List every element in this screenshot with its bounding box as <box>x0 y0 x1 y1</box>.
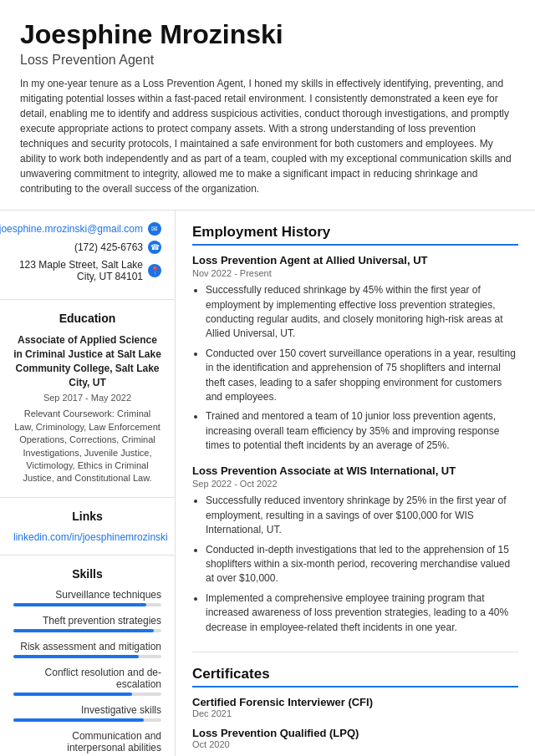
education-coursework: Relevant Coursework: Criminal Law, Crimi… <box>13 408 161 485</box>
location-icon: 📍 <box>148 264 161 277</box>
job-bullet: Trained and mentored a team of 10 junior… <box>206 409 518 453</box>
linkedin-link[interactable]: linkedin.com/in/joesphinemrozinski <box>13 531 161 543</box>
skill-item: Investigative skills <box>13 704 161 722</box>
job-title: Loss Prevention Associate at WIS Interna… <box>192 464 518 477</box>
education-section: Education Associate of Applied Science i… <box>0 300 175 498</box>
certificates-heading: Certificates <box>192 666 518 688</box>
skill-name: Theft prevention strategies <box>13 615 161 627</box>
certificates-section: Certificates Certified Forensic Intervie… <box>192 666 518 749</box>
links-section: Links linkedin.com/in/joesphinemrozinski <box>0 498 175 556</box>
address-row: 123 Maple Street, Salt Lake City, UT 841… <box>13 259 161 282</box>
job-bullet: Conducted in-depth investigations that l… <box>206 543 518 586</box>
address-text: 123 Maple Street, Salt Lake City, UT 841… <box>13 259 143 282</box>
skill-bar-bg <box>13 655 161 658</box>
left-column: joesphine.mrozinski@gmail.com ✉ (172) 42… <box>0 211 176 756</box>
job-bullet: Successfully reduced inventory shrinkage… <box>206 494 518 537</box>
cert-entry: Loss Prevention Qualified (LPQ) Oct 2020 <box>192 727 518 749</box>
cert-name: Certified Forensic Interviewer (CFI) <box>192 696 518 708</box>
employment-section: Employment History Loss Prevention Agent… <box>192 224 518 635</box>
contact-section: joesphine.mrozinski@gmail.com ✉ (172) 42… <box>0 211 175 300</box>
main-layout: joesphine.mrozinski@gmail.com ✉ (172) 42… <box>0 211 535 756</box>
skill-name: Communication and interpersonal abilitie… <box>13 730 161 753</box>
job-bullets: Successfully reduced shrinkage by 45% wi… <box>192 283 518 453</box>
job-bullets: Successfully reduced inventory shrinkage… <box>192 494 518 635</box>
employment-heading: Employment History <box>192 224 518 246</box>
jobs-list: Loss Prevention Agent at Allied Universa… <box>192 254 518 635</box>
education-heading: Education <box>13 312 161 325</box>
skill-item: Communication and interpersonal abilitie… <box>13 730 161 756</box>
cert-date: Oct 2020 <box>192 739 518 749</box>
skill-item: Risk assessment and mitigation <box>13 641 161 658</box>
job-title: Loss Prevention Agent at Allied Universa… <box>192 254 518 266</box>
phone-row: (172) 425-6763 ☎ <box>13 241 161 254</box>
job-entry: Loss Prevention Agent at Allied Universa… <box>192 254 518 453</box>
phone-icon: ☎ <box>148 241 161 254</box>
education-dates: Sep 2017 - May 2022 <box>13 393 161 403</box>
header-section: Joesphine Mrozinski Loss Prevention Agen… <box>0 0 535 211</box>
summary-text: In my one-year tenure as a Loss Preventi… <box>20 76 515 196</box>
skills-list: Surveillance techniques Theft prevention… <box>13 589 161 756</box>
email-row: joesphine.mrozinski@gmail.com ✉ <box>13 222 161 236</box>
job-dates: Nov 2022 - Present <box>192 268 518 278</box>
section-divider <box>192 652 518 652</box>
skill-bar-bg <box>13 603 161 606</box>
job-bullet: Successfully reduced shrinkage by 45% wi… <box>206 283 518 342</box>
skills-section: Skills Surveillance techniques Theft pre… <box>0 556 175 756</box>
job-bullet: Implemented a comprehensive employee tra… <box>206 591 518 635</box>
job-bullet: Conducted over 150 covert surveillance o… <box>206 347 518 405</box>
skill-item: Theft prevention strategies <box>13 615 161 632</box>
skill-name: Investigative skills <box>13 704 161 716</box>
skill-bar-fill <box>13 655 139 658</box>
skill-item: Conflict resolution and de-escalation <box>13 667 161 696</box>
job-entry: Loss Prevention Associate at WIS Interna… <box>192 464 518 635</box>
candidate-title: Loss Prevention Agent <box>20 53 515 68</box>
cert-entry: Certified Forensic Interviewer (CFI) Dec… <box>192 696 518 718</box>
coursework-label: Relevant Coursework: <box>24 408 115 419</box>
coursework-text: Criminal Law, Criminology, Law Enforceme… <box>14 408 160 483</box>
job-dates: Sep 2022 - Oct 2022 <box>192 479 518 489</box>
skill-bar-fill <box>13 718 144 722</box>
skill-bar-bg <box>13 693 161 696</box>
right-column: Employment History Loss Prevention Agent… <box>176 211 535 756</box>
email-link[interactable]: joesphine.mrozinski@gmail.com <box>0 223 143 235</box>
skill-name: Surveillance techniques <box>13 589 161 601</box>
candidate-name: Joesphine Mrozinski <box>20 20 515 49</box>
education-degree: Associate of Applied Science in Criminal… <box>13 333 161 389</box>
skill-bar-fill <box>13 693 132 696</box>
cert-name: Loss Prevention Qualified (LPQ) <box>192 727 518 739</box>
links-heading: Links <box>13 510 161 523</box>
skill-bar-bg <box>13 718 161 722</box>
certs-list: Certified Forensic Interviewer (CFI) Dec… <box>192 696 518 749</box>
skill-name: Conflict resolution and de-escalation <box>13 667 161 690</box>
skill-bar-fill <box>13 603 146 606</box>
cert-date: Dec 2021 <box>192 708 518 718</box>
skills-heading: Skills <box>13 567 161 581</box>
skill-bar-fill <box>13 629 154 632</box>
skill-bar-bg <box>13 629 161 632</box>
skill-name: Risk assessment and mitigation <box>13 641 161 652</box>
email-icon: ✉ <box>148 222 161 236</box>
skill-item: Surveillance techniques <box>13 589 161 606</box>
phone-text: (172) 425-6763 <box>74 241 143 253</box>
